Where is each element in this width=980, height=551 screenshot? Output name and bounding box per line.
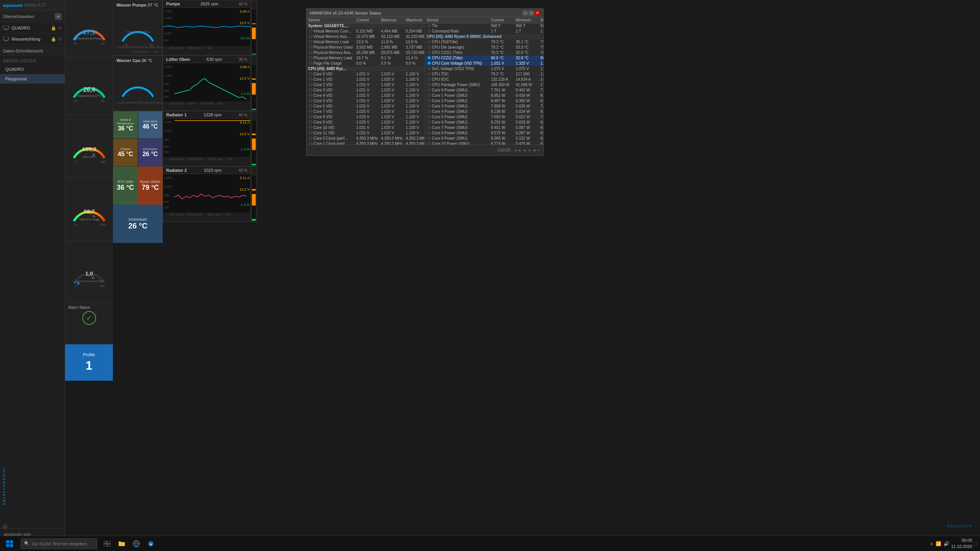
hwinfo-data-row-r[interactable]: CPU Die (average)79.2 °C33.3 °C79.7 °C [425, 45, 544, 50]
tray-network-icon[interactable]: 📶 [936, 541, 941, 546]
hwinfo-clear-btn[interactable]: ✕ [537, 148, 540, 152]
rad2-v: 12.2 V [240, 187, 250, 191]
hwinfo-data-row-r[interactable]: Core 8 Power (SMU)8.575 W0.287 W8.577 W [425, 130, 544, 136]
hwinfo-stop-btn[interactable]: ■ [533, 148, 536, 152]
hwinfo-data-row[interactable]: Core 6 VID1.031 V1.025 V1.100 V1.060 V [307, 104, 425, 109]
lufter-a: 0.08 A [240, 65, 250, 69]
rad2-footer: ← 1167.0 rpm ↑ 5173.0 rpm → 930.6 rpm → … [163, 212, 250, 217]
svg-rect-1 [5, 29, 7, 30]
hwinfo-data-row-r[interactable]: Tfrr560 T560 T560 T [425, 23, 544, 29]
hwinfo-data-row[interactable]: Core 0 VID1.031 V1.025 V1.100 V1.059 V [307, 72, 425, 77]
hwinfo-data-row-r[interactable]: CPU Package Power (SMU)168.300 W41.588 W… [425, 82, 544, 88]
tile-wp-info: → 2921.9 rpm → 34 s [129, 50, 159, 54]
sidebar-item-playground[interactable]: Playground [0, 74, 65, 84]
hwinfo-data-row-r[interactable]: Core 0 Power (SMU)7.761 W0.462 W7.761 W [425, 88, 544, 93]
taskbar-icon-app4[interactable]: a [144, 537, 158, 551]
hwinfo-data-row[interactable]: Virtual Memory Com...5,102 MB4,464 MB5,2… [307, 29, 425, 34]
tray-arrow[interactable]: ∧ [930, 541, 933, 546]
hwinfo-data-row-r[interactable]: CPU (Tctl/Tdie)79.3 °C35.1 °C79.8 °C [425, 39, 544, 45]
taskbar-search-box[interactable]: 🔍 Zur Suche Text hier eingeben [21, 538, 97, 549]
hwinfo-data-row-r[interactable]: Core 3 Power (SMU)7.808 W0.025 W7.827 W [425, 104, 544, 109]
hwinfo-data-row-r[interactable]: CPU CCD2 (Tdie)80.0 °C32.8 °C80.8 °C [425, 55, 544, 61]
hwinfo-data-row[interactable]: Core 7 VID1.025 V1.025 V1.100 V1.059 V [307, 109, 425, 114]
hwinfo-data-row-r[interactable]: CPU TDC79.2 °C117.300135.802 A [425, 72, 544, 77]
hwinfo-data-row[interactable]: Core 11 VID1.031 V1.025 V1.100 V1.059 V [307, 130, 425, 136]
profile-tile[interactable]: Profile 1 [65, 344, 113, 381]
hwinfo-data-row-r[interactable]: CPU EDC132.229 A14.834 A140.000 A [425, 77, 544, 82]
sidebar-item-datenlogger[interactable]: QUADRO [0, 65, 65, 74]
hwinfo-data-row[interactable]: Core 4 VID1.031 V1.025 V1.100 V1.059 V [307, 93, 425, 98]
hwinfo-data-row[interactable]: Core 0 Clock (perf...4,350.3 MHz4,350.3 … [307, 136, 425, 141]
gauge-cpu-ppt: 168,3 w CPU PPT 0 160 [65, 115, 113, 178]
lufter-chart: 1,250 1,000 750 500 250 0.08 A 12.2 V 1.… [163, 63, 250, 101]
sidebar-settings-gear[interactable] [2, 524, 8, 531]
hwinfo-data-row[interactable]: Page File Usage0.0 %0.0 %0.0 %0.0 % [307, 61, 425, 66]
pumpe-footer: ← 2917.0 rpm ↑ 2921.9 rpm → 34s [163, 46, 250, 50]
hwinfo-data-row[interactable]: Core 3 VID1.031 V1.025 V1.100 V1.060 V [307, 88, 425, 93]
monitor-icon-2 [3, 36, 9, 42]
hwinfo-data-row[interactable]: Virtual Memory Load13.5 %11.8 %13.9 %12.… [307, 39, 425, 45]
hwinfo-data-row[interactable]: Physical Memory Used3,502 MB2,991 MB3,73… [307, 45, 425, 50]
sidebar-add-button[interactable]: + [55, 13, 62, 20]
hwinfo-data-row[interactable]: Core 2 VID1.031 V1.025 V1.100 V1.059 V [307, 82, 425, 88]
tile-wp-title: Wasser Pumpe 27 °C [116, 3, 158, 7]
tray-volume-icon[interactable]: 🔊 [944, 541, 949, 546]
lock-icon-wasser: 🔒 [51, 37, 56, 42]
hwinfo-data-row[interactable]: Physical Memory Load10.7 %9.1 %11.4 %10.… [307, 55, 425, 61]
alarm-title: Alarm Status [68, 305, 110, 310]
hwinfo-data-row-r[interactable]: Core 4 Power (SMU)8.238 W0.024 W8.239 W [425, 109, 544, 114]
hwinfo-data-row[interactable]: Core 8 VID1.025 V1.025 V1.100 V1.059 V [307, 114, 425, 120]
chipset-label: Chipset [120, 147, 131, 151]
hwinfo-data-row-r[interactable]: Core 7 Power (SMU)8.401 W0.087 W8.405 W [425, 125, 544, 130]
hwinfo-data-row-r[interactable]: SoC Voltage (VID2 TPN)1.075 V1.075 V1.07… [425, 66, 544, 72]
hwinfo-data-row[interactable]: Core 10 VID1.031 V1.025 V1.100 V1.060 V [307, 125, 425, 130]
main-area: 27,1 °C Wassertemp Pumpe 10 50 26,4 °C W… [65, 0, 980, 536]
hwinfo-data-row[interactable]: Core 1 Clock (perf...4,350.3 MHz4,350.3 … [307, 141, 425, 145]
svg-rect-58 [10, 544, 13, 547]
taskbar-icon-browser[interactable] [129, 537, 143, 551]
svg-text:°C: °C [94, 31, 98, 34]
hwinfo-left-panel[interactable]: Sensor Current Minimum Maximum Average S… [307, 17, 425, 145]
sidebar-item-wasserkuhlung[interactable]: Wasserkühlüng 🔒 ⚙ [0, 34, 65, 45]
hwinfo-data-row-r[interactable]: Core 5 Power (SMU)7.683 W0.022 W7.732 W [425, 114, 544, 120]
hwinfo-maximize-btn[interactable]: □ [529, 10, 534, 16]
hwinfo-data-row-r[interactable]: Core 2 Power (SMU)8.487 W0.360 W8.494 W [425, 98, 544, 104]
hwinfo-play-btn[interactable]: ► [528, 148, 532, 152]
sidebar-separator-datenlogger: Datenlogger [0, 56, 65, 65]
hwinfo-data-row-r[interactable]: Core 1 Power (SMU)8.952 W0.439 W8.952 W [425, 93, 544, 98]
hwinfo-close-btn[interactable]: ✕ [535, 10, 540, 16]
hwinfo-right-panel[interactable]: Sensor Current Minimum Maximum Tfrr560 T… [425, 17, 544, 145]
sidebar-item-quadro[interactable]: QUADRO 🔒 ⚙ [0, 23, 65, 34]
hwinfo-data-row[interactable]: Virtual Memory Ava...32,473 MB33,110 MB3… [307, 34, 425, 39]
svg-rect-56 [10, 540, 13, 543]
hwinfo-data-row[interactable]: Core 9 VID1.025 V1.025 V1.100 V1.059 V [307, 120, 425, 125]
hwinfo-data-row-r[interactable]: CPU Core Voltage (VID TPN)1.031 V1.325 V… [425, 61, 544, 66]
hwinfo-rwd-btn[interactable]: ◄◄ [513, 148, 521, 152]
hwinfo-minimize-btn[interactable]: — [523, 10, 528, 16]
sidebar-label-quadro: QUADRO [11, 26, 30, 30]
app-version: Version X.27 [24, 3, 46, 7]
hwinfo-data-row-r[interactable]: Core 6 Power (SMU)8.292 W0.028 W8.293 W [425, 120, 544, 125]
svg-text:750: 750 [164, 138, 169, 142]
hwinfo-data-row[interactable]: Core 5 VID1.031 V1.025 V1.100 V1.059 V [307, 98, 425, 104]
svg-text:1,000: 1,000 [164, 129, 172, 133]
taskbar-icon-taskview[interactable] [100, 537, 114, 551]
clock-date: 11.10.2020 [951, 544, 972, 549]
hwinfo-prev-btn[interactable]: ◄ [523, 148, 526, 152]
hwinfo-data-row-r[interactable]: CPU CCD1 (Tdie)75.3 °C32.0 °C76.0 °C [425, 50, 544, 55]
alarm-tile: Alarm Status ✓ [65, 302, 113, 344]
hwinfo-data-row-r[interactable]: Core 10 Power (SMU)8.774 W0.425 W8.776 W [425, 141, 544, 145]
hwinfo-th-max-r: Maximum [539, 17, 543, 23]
svg-text:160: 160 [100, 160, 106, 163]
hwinfo-data-row[interactable]: Core 1 VID1.031 V1.025 V1.100 V1.060 V [307, 77, 425, 82]
taskbar-icon-explorer[interactable] [115, 537, 129, 551]
hwinfo-data-row-r[interactable]: Core 9 Power (SMU)8.065 W0.151 W8.171 W [425, 136, 544, 141]
taskbar-start-button[interactable] [0, 536, 19, 551]
hwinfo-data-row-r[interactable]: Command Rate1 T1 T1 T [425, 29, 544, 34]
taskbar-notification-icon[interactable]: □ [974, 541, 977, 547]
hwinfo-data-row[interactable]: Physical Memory Ava...29,299 MB28,975 MB… [307, 50, 425, 55]
sidebar-section-data: Daten-Schnellansicht [0, 46, 65, 56]
tile-area: Wasser Pumpe 27 °C 20 40 00:08:30 00:08:… [113, 0, 304, 318]
clock-time: 00:00 [951, 538, 972, 543]
svg-text:1,000: 1,000 [164, 32, 172, 35]
